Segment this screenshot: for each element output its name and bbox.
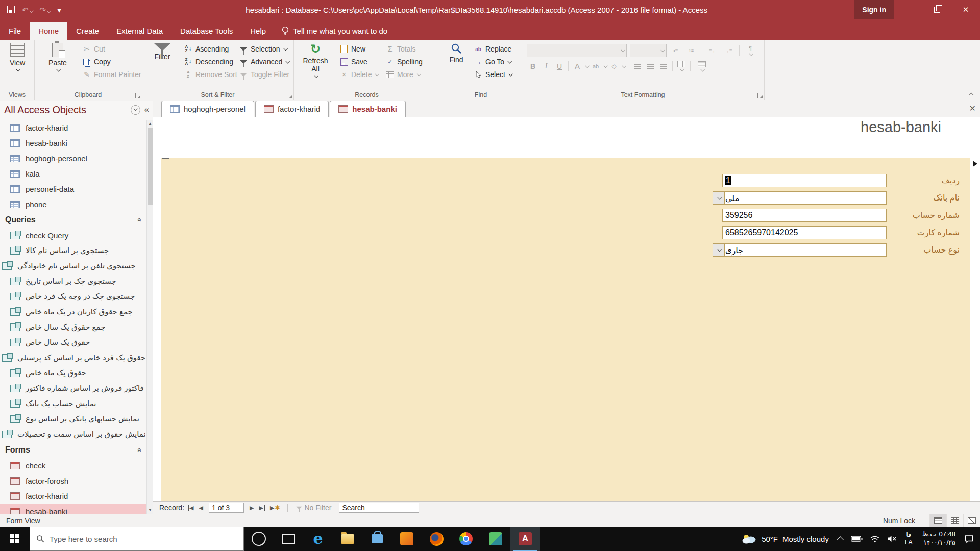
underline-button[interactable]: U bbox=[553, 60, 566, 72]
field-account-type-combo[interactable]: جاری bbox=[713, 243, 887, 257]
nav-item-query[interactable]: فاکتور فروش بر اساس شماره فاکتور bbox=[0, 381, 147, 396]
nav-item-table[interactable]: kala bbox=[0, 166, 147, 181]
nav-item-query[interactable]: حقوق یک ماه خاص bbox=[0, 365, 147, 381]
increase-indent-button[interactable]: →≡ bbox=[722, 45, 734, 57]
nav-item-table[interactable]: personeli-data bbox=[0, 181, 147, 196]
tab-database-tools[interactable]: Database Tools bbox=[172, 22, 241, 40]
nav-item-query[interactable]: جستجوی چک در وجه یک فرد خاص bbox=[0, 289, 147, 304]
selection-button[interactable]: Selection bbox=[237, 43, 291, 55]
weather-widget[interactable]: 50°F Mostly cloudy bbox=[736, 533, 835, 544]
customize-qat-button[interactable]: ▾ bbox=[57, 6, 61, 14]
first-record-button[interactable]: ◀ bbox=[186, 505, 195, 511]
doc-tab-hoghogh-personel[interactable]: hoghogh-personel bbox=[161, 101, 254, 117]
taskbar-icon-store[interactable] bbox=[362, 527, 392, 551]
combo-dropdown-button[interactable] bbox=[713, 244, 725, 256]
record-position-box[interactable]: 1 of 3 bbox=[209, 503, 244, 513]
font-name-combo[interactable] bbox=[527, 44, 627, 57]
tab-home[interactable]: Home bbox=[30, 22, 67, 40]
taskbar-icon-edge[interactable]: e bbox=[303, 527, 333, 551]
field-account-no-input[interactable]: 359256 bbox=[722, 209, 887, 222]
field-radif-input[interactable]: 1 bbox=[722, 174, 887, 187]
scroll-up-arrow[interactable]: ▲ bbox=[147, 120, 153, 128]
nav-item-query[interactable]: جستجوی تلفن بر اساس نام خانوادگی bbox=[0, 258, 147, 273]
nav-item-table[interactable]: phone bbox=[0, 196, 147, 212]
highlight-color-button[interactable]: ab bbox=[590, 60, 602, 72]
tab-help[interactable]: Help bbox=[241, 22, 275, 40]
go-to-button[interactable]: →Go To bbox=[472, 56, 514, 68]
sign-in-button[interactable]: Sign in bbox=[854, 0, 894, 19]
save-button[interactable] bbox=[7, 6, 15, 14]
filter-state-button[interactable]: No Filter bbox=[294, 504, 333, 512]
record-search-input[interactable]: Search bbox=[339, 503, 419, 513]
refresh-all-button[interactable]: ↻ Refresh All bbox=[301, 43, 330, 78]
save-record-button[interactable]: Save bbox=[337, 56, 380, 68]
replace-button[interactable]: abReplace bbox=[472, 43, 514, 55]
nav-category-dropdown-button[interactable] bbox=[131, 105, 140, 115]
alternate-row-color-button[interactable] bbox=[693, 60, 710, 72]
forms-section-header[interactable]: Forms « bbox=[0, 442, 147, 458]
new-record-button-nav[interactable]: ▶✱ bbox=[268, 504, 282, 511]
close-button[interactable]: ✕ bbox=[951, 0, 980, 19]
minimize-button[interactable]: — bbox=[894, 0, 923, 19]
start-button[interactable] bbox=[0, 527, 30, 551]
doc-tab-hesab-banki[interactable]: hesab-banki bbox=[330, 101, 406, 117]
more-button[interactable]: More bbox=[383, 68, 425, 81]
nav-item-query[interactable]: نمایش حساب یک بانک bbox=[0, 396, 147, 411]
combo-dropdown-button[interactable] bbox=[713, 192, 725, 204]
shutter-bar-close-button[interactable]: « bbox=[144, 105, 149, 115]
nav-item-query[interactable]: نمایش حسابهای بانکی بر اساس نوع bbox=[0, 411, 147, 427]
form-view-button[interactable] bbox=[929, 514, 946, 527]
nav-item-form[interactable]: factor-kharid bbox=[0, 488, 147, 504]
bullets-button[interactable]: •≡ bbox=[670, 45, 682, 57]
taskbar-icon-cortana[interactable] bbox=[244, 527, 274, 551]
nav-item-table[interactable]: hoghogh-personel bbox=[0, 151, 147, 166]
decrease-indent-button[interactable]: ≡← bbox=[707, 45, 719, 57]
taskbar-icon-chrome[interactable] bbox=[451, 527, 481, 551]
close-document-button[interactable]: ✕ bbox=[969, 104, 976, 113]
show-hidden-icons-button[interactable] bbox=[835, 536, 847, 541]
nav-item-query[interactable]: حقوق یک فرد خاص بر اساس کد پرسنلی bbox=[0, 350, 147, 365]
taskbar-clock[interactable]: ب.ظ07:48 ۱۴۰۰/۱۰/۲۵ bbox=[917, 530, 961, 547]
taskbar-icon-task-view[interactable] bbox=[274, 527, 303, 551]
nav-item-query[interactable]: جمع حقوق یک سال خاص bbox=[0, 319, 147, 335]
doc-tab-factor-kharid[interactable]: factor-kharid bbox=[255, 101, 329, 117]
new-record-button[interactable]: New bbox=[337, 43, 380, 55]
design-view-button[interactable] bbox=[963, 514, 980, 527]
taskbar-icon-app-orange[interactable] bbox=[392, 527, 422, 551]
battery-indicator[interactable] bbox=[847, 536, 866, 542]
totals-button[interactable]: ΣTotals bbox=[383, 43, 425, 55]
taskbar-icon-file-explorer[interactable] bbox=[333, 527, 362, 551]
datasheet-view-button[interactable] bbox=[946, 514, 963, 527]
field-card-no-input[interactable]: 6585265970142025 bbox=[722, 226, 887, 239]
nav-pane-scrollbar[interactable]: ▲ ▼ bbox=[146, 120, 153, 514]
taskbar-icon-firefox[interactable] bbox=[422, 527, 451, 551]
cut-button[interactable]: ✂Cut bbox=[80, 43, 143, 55]
nav-item-query[interactable]: نمایش حقوق بر اساس سمت و تحصیلات bbox=[0, 427, 147, 442]
remove-sort-button[interactable]: AZRemove Sort bbox=[182, 68, 239, 81]
ascending-button[interactable]: AZ↓Ascending bbox=[182, 43, 239, 55]
field-bank-name-combo[interactable]: ملی bbox=[713, 191, 887, 205]
sort-filter-dialog-launcher[interactable] bbox=[287, 93, 292, 98]
text-formatting-dialog-launcher[interactable] bbox=[757, 93, 763, 98]
toggle-filter-button[interactable]: Toggle Filter bbox=[237, 68, 291, 81]
nav-item-form[interactable]: hesab-banki bbox=[0, 504, 147, 514]
scroll-right-arrow[interactable] bbox=[973, 161, 977, 167]
queries-section-header[interactable]: Queries « bbox=[0, 212, 147, 228]
copy-button[interactable]: Copy bbox=[80, 56, 143, 68]
collapse-ribbon-button[interactable] bbox=[969, 93, 973, 97]
next-record-button[interactable]: ▶ bbox=[248, 505, 255, 511]
paste-button[interactable]: Paste bbox=[45, 43, 70, 71]
undo-button[interactable]: ↶ bbox=[22, 6, 33, 14]
gridlines-button[interactable] bbox=[675, 60, 688, 72]
previous-record-button[interactable]: ◀ bbox=[198, 505, 205, 511]
taskbar-icon-access[interactable]: A bbox=[510, 527, 540, 551]
tell-me-box[interactable]: Tell me what you want to do bbox=[275, 21, 395, 40]
language-indicator[interactable]: فا FA bbox=[900, 531, 917, 546]
nav-item-table[interactable]: factor-kharid bbox=[0, 120, 147, 135]
nav-item-query[interactable]: جمع حقوق کارنان در یک ماه خاص bbox=[0, 304, 147, 319]
nav-item-query[interactable]: جستجوی چک بر اساس تاریخ bbox=[0, 273, 147, 289]
nav-item-form[interactable]: check bbox=[0, 458, 147, 473]
redo-button[interactable]: ↷ bbox=[40, 6, 51, 14]
bold-button[interactable]: B bbox=[527, 60, 539, 72]
fill-color-button[interactable]: ◇ bbox=[608, 60, 620, 72]
